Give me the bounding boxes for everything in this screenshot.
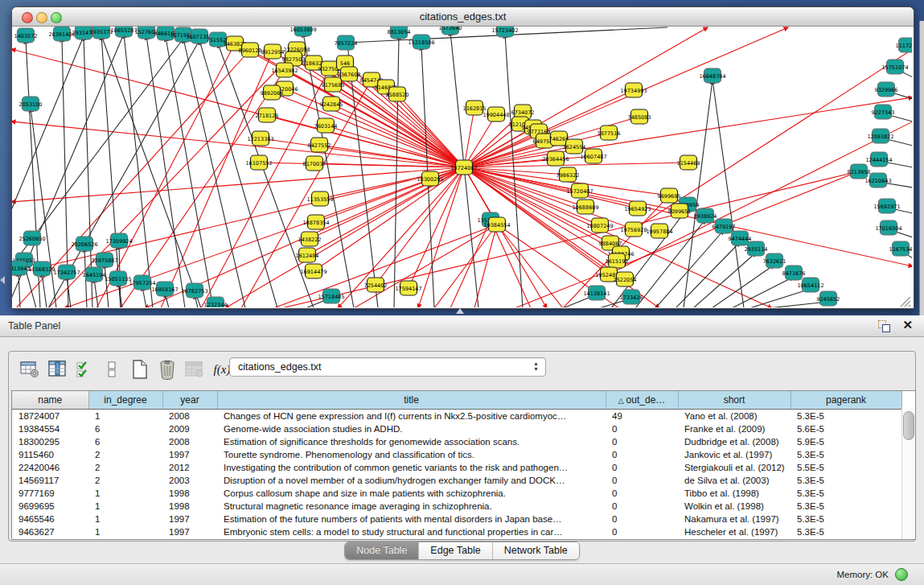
- graph-node[interactable]: 16648784: [699, 68, 725, 83]
- table-vertical-scrollbar[interactable]: [901, 408, 915, 539]
- close-panel-icon[interactable]: ✕: [902, 318, 913, 332]
- graph-edge[interactable]: [418, 167, 464, 307]
- graph-node[interactable]: 9699695: [658, 188, 681, 203]
- graph-node[interactable]: 7485083: [628, 109, 651, 124]
- graph-node[interactable]: 1645194: [83, 267, 106, 282]
- graph-edge[interactable]: [684, 80, 713, 307]
- left-pane-handle[interactable]: [0, 276, 5, 284]
- splitter-handle[interactable]: [456, 308, 464, 314]
- graph-node[interactable]: 10688609: [572, 200, 598, 214]
- graph-edge[interactable]: [497, 225, 563, 307]
- graph-node[interactable]: 9242845: [320, 97, 343, 111]
- delete-icon[interactable]: [155, 358, 179, 381]
- graph-edge[interactable]: [732, 277, 794, 307]
- graph-node[interactable]: 19734993: [620, 83, 647, 97]
- graph-edge[interactable]: [67, 276, 71, 307]
- graph-node[interactable]: 12444154: [865, 152, 892, 167]
- table-row[interactable]: 977716911998Corpus callosum shape and si…: [12, 487, 901, 500]
- graph-node[interactable]: 8960128: [239, 43, 262, 57]
- table-row[interactable]: 911546021997Tourette syndrome. Phenomeno…: [12, 448, 901, 461]
- graph-node[interactable]: 15720407: [566, 183, 593, 198]
- graph-node[interactable]: 9892066: [261, 85, 284, 100]
- graph-node[interactable]: 8912954: [261, 44, 285, 59]
- graph-edge[interactable]: [273, 51, 464, 167]
- graph-node[interactable]: 1167534: [889, 241, 912, 256]
- table-selector[interactable]: citations_edges.txt ▲▼: [229, 357, 546, 377]
- graph-node[interactable]: 2718126: [256, 108, 279, 122]
- column-header-in_degree[interactable]: in_degree: [88, 391, 162, 410]
- graph-edge[interactable]: [161, 51, 273, 307]
- float-panel-icon[interactable]: [877, 319, 890, 332]
- table-row[interactable]: 1830029562008Estimation of significance …: [12, 435, 901, 448]
- graph-node[interactable]: 1438222: [298, 232, 322, 246]
- graph-node[interactable]: 17342757: [53, 265, 80, 279]
- graph-edge[interactable]: [42, 273, 47, 307]
- column-header-out_de[interactable]: △out_de…: [606, 391, 678, 410]
- table-row[interactable]: 2242004622012Investigating the contribut…: [12, 461, 901, 474]
- network-view[interactable]: 1403572203914062931476193537110655287152…: [12, 27, 912, 307]
- graph-node[interactable]: 25260650: [18, 231, 45, 245]
- graph-node[interactable]: 8099651: [668, 204, 692, 218]
- table-row[interactable]: 1456911722003Disruption of a novel membe…: [12, 474, 901, 487]
- graph-node[interactable]: 8938924: [694, 208, 717, 223]
- graph-node[interactable]: 10607487: [580, 149, 606, 163]
- window-titlebar[interactable]: citations_edges.txt: [12, 7, 914, 27]
- graph-edge[interactable]: [394, 35, 399, 307]
- graph-node[interactable]: 7254402: [364, 278, 388, 292]
- graph-edge[interactable]: [464, 167, 621, 253]
- graph-node[interactable]: 19957884: [646, 224, 672, 238]
- graph-node[interactable]: 1612484: [296, 248, 319, 262]
- graph-node[interactable]: 1935371: [90, 27, 113, 39]
- graph-node[interactable]: 8471676: [782, 266, 806, 280]
- graph-edge[interactable]: [101, 35, 201, 307]
- graph-node[interactable]: 9329966: [875, 82, 898, 97]
- graph-node[interactable]: 18878354: [302, 215, 329, 229]
- graph-edge[interactable]: [474, 225, 497, 307]
- graph-node[interactable]: 9245652: [817, 291, 840, 306]
- graph-node[interactable]: 2588520: [386, 87, 409, 101]
- graph-node[interactable]: 6479197: [713, 219, 736, 233]
- graph-node[interactable]: 20364456: [542, 151, 569, 166]
- graph-node[interactable]: 19756928: [620, 222, 647, 237]
- graph-node[interactable]: 3624554: [563, 139, 586, 154]
- graph-node[interactable]: 1615192: [606, 253, 629, 268]
- graph-node[interactable]: 17359924: [105, 233, 132, 248]
- column-header-pagerank[interactable]: pagerank: [791, 391, 901, 410]
- graph-node[interactable]: 15692971: [873, 199, 900, 213]
- graph-node[interactable]: 7986322: [556, 167, 580, 182]
- graph-node[interactable]: 1154469: [677, 155, 700, 170]
- graph-node[interactable]: 16782753: [181, 283, 207, 298]
- graph-node[interactable]: 7603144: [314, 118, 338, 133]
- graph-node[interactable]: 19904448: [483, 107, 509, 122]
- graph-node[interactable]: 16210643: [864, 173, 891, 187]
- table-row[interactable]: 1938455462009Genome-wide association stu…: [12, 422, 901, 435]
- graph-edge[interactable]: [464, 27, 708, 167]
- column-header-year[interactable]: year: [162, 391, 217, 410]
- graph-node[interactable]: 1572640: [439, 27, 462, 35]
- graph-edge[interactable]: [183, 39, 245, 307]
- graph-node[interactable]: 16053809: [290, 27, 316, 36]
- resize-grip[interactable]: [901, 297, 910, 307]
- graph-node[interactable]: 1733426: [620, 290, 643, 304]
- graph-edge[interactable]: [434, 225, 497, 307]
- graph-node[interactable]: 15051135: [105, 271, 131, 286]
- graph-node[interactable]: 8813054: [388, 27, 411, 39]
- column-header-name[interactable]: name: [12, 391, 88, 410]
- graph-node[interactable]: 15751074: [881, 60, 908, 74]
- graph-node[interactable]: 1877516: [598, 126, 621, 140]
- clear-selection-icon[interactable]: [101, 358, 125, 381]
- network-canvas[interactable]: 1403572203914062931476193537110655287152…: [12, 27, 912, 307]
- table-row[interactable]: 1872400712008Changes of HCN gene express…: [12, 410, 901, 423]
- graph-node[interactable]: 1117202: [896, 38, 912, 52]
- graph-edge[interactable]: [314, 167, 464, 271]
- graph-edge[interactable]: [491, 220, 531, 307]
- graph-node[interactable]: 16914479: [300, 264, 326, 278]
- graph-node[interactable]: 20206526: [71, 237, 97, 251]
- graph-node[interactable]: 7857224: [335, 35, 358, 50]
- graph-node[interactable]: 12213383: [247, 131, 273, 146]
- graph-edge[interactable]: [713, 80, 744, 307]
- graph-edge[interactable]: [464, 163, 688, 167]
- graph-node[interactable]: 10655287: [110, 27, 137, 37]
- select-all-icon[interactable]: [73, 358, 97, 381]
- column-header-short[interactable]: short: [678, 391, 791, 410]
